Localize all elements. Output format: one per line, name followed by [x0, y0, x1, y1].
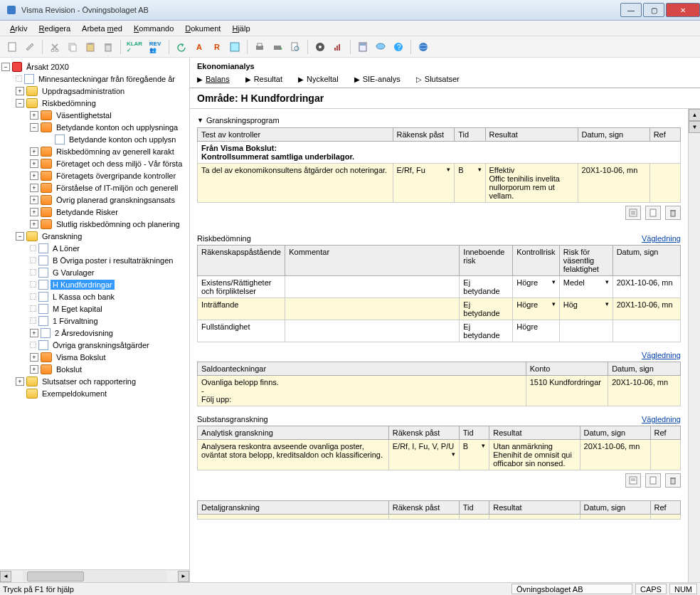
collapse-icon[interactable]: − — [1, 63, 10, 71]
new-icon[interactable] — [4, 39, 20, 55]
tree-item[interactable]: +Förståelse of IT-miljön och generell — [0, 181, 189, 194]
tree-item[interactable]: L Kassa och bank — [0, 290, 189, 302]
close-button[interactable]: ✕ — [666, 3, 700, 17]
scroll-up-icon[interactable]: ▲ — [689, 109, 700, 121]
expand-icon[interactable]: + — [16, 87, 24, 95]
vagledning-link[interactable]: Vägledning — [642, 415, 681, 423]
paste-icon[interactable] — [83, 39, 98, 55]
delete-button[interactable] — [665, 473, 681, 488]
table-row[interactable]: Analysera reskontra avseende ovanliga po… — [198, 440, 681, 470]
vagledning-link[interactable]: Vägledning — [642, 234, 681, 243]
tab-resultat[interactable]: ▶Resultat — [245, 75, 282, 83]
tree-hscrollbar[interactable]: ◄ ► — [0, 569, 189, 582]
task-r-icon[interactable]: R — [209, 39, 225, 55]
expand-icon[interactable]: + — [16, 377, 24, 386]
help-icon[interactable]: ? — [391, 39, 406, 55]
task-a-icon[interactable]: A — [191, 39, 207, 55]
rev-icon[interactable]: REV👥 — [146, 39, 164, 55]
menu-dokument[interactable]: Dokument — [182, 23, 223, 34]
tree-item[interactable]: −Granskning — [0, 230, 189, 242]
tree-item[interactable]: +Slutlig riskbedömning och planering — [0, 218, 189, 230]
table-row[interactable]: Existens/Rättigheter och förpliktelser E… — [198, 276, 681, 298]
tree-item[interactable]: Betydande konton och upplysn — [0, 133, 189, 145]
list-icon[interactable] — [227, 39, 243, 55]
tree-item[interactable]: +Övrig planerad granskningsansats — [0, 194, 189, 206]
menu-redigera[interactable]: Redigera — [36, 23, 73, 34]
menu-arbeta-med[interactable]: Arbeta med — [79, 23, 125, 34]
expand-icon[interactable]: + — [30, 208, 38, 216]
tree-item[interactable]: A Löner — [0, 242, 189, 254]
content-vscrollbar[interactable]: ▲ ▼ — [688, 109, 700, 582]
vagledning-link[interactable]: Vägledning — [642, 351, 681, 359]
tree-root[interactable]: − Årsakt 20X0 — [0, 60, 189, 73]
minimize-button[interactable]: — — [620, 3, 642, 17]
delete-button[interactable] — [665, 206, 681, 220]
table-row[interactable]: Ta del av ekonomikonsultens åtgärder och… — [198, 164, 681, 203]
copy-icon[interactable] — [65, 39, 80, 55]
expand-icon[interactable]: + — [30, 196, 38, 204]
calc-icon[interactable] — [355, 39, 371, 55]
collapse-icon[interactable]: − — [30, 123, 38, 132]
tab-sie[interactable]: ▶SIE-analys — [354, 75, 401, 83]
tab-balans[interactable]: ▶Balans — [197, 75, 230, 83]
expand-icon[interactable]: + — [30, 329, 38, 337]
new-button[interactable] — [645, 206, 661, 220]
tree-item[interactable]: Övriga granskningsåtgärder — [0, 339, 189, 351]
table-row[interactable]: Från Visma Bokslut: Kontrollsummerat sam… — [198, 142, 681, 164]
tree-item[interactable]: Minnesanteckningar från föregående år — [0, 73, 189, 85]
expand-icon[interactable]: + — [30, 111, 38, 120]
tree-item[interactable]: −Riskbedömning — [0, 97, 189, 109]
tree-item[interactable]: −Betydande konton och upplysninga — [0, 121, 189, 133]
print-icon[interactable] — [252, 39, 267, 55]
disk-icon[interactable] — [312, 39, 328, 55]
collapse-icon[interactable]: − — [16, 99, 24, 107]
cut-icon[interactable] — [47, 39, 63, 55]
table-row[interactable]: Ovanliga belopp finns. - Följ upp: 1510 … — [198, 376, 681, 406]
tree-item[interactable]: M Eget kapital — [0, 302, 189, 315]
list-button[interactable] — [625, 206, 641, 220]
expand-icon[interactable]: + — [30, 353, 38, 362]
menu-kommando[interactable]: Kommando — [131, 23, 176, 34]
tree-item[interactable]: +Slutsatser och rapportering — [0, 375, 189, 387]
undo-icon[interactable] — [174, 39, 189, 55]
delete-icon[interactable] — [100, 39, 116, 55]
tree-item[interactable]: +Betydande Risker — [0, 206, 189, 218]
tab-slutsatser[interactable]: ▷Slutsatser — [416, 75, 460, 83]
preview-icon[interactable] — [287, 39, 303, 55]
maximize-button[interactable]: ▢ — [643, 3, 664, 17]
collapse-icon[interactable]: − — [16, 232, 24, 241]
globe-icon[interactable] — [415, 39, 431, 55]
program-heading[interactable]: ▼ Granskningsprogram — [197, 113, 681, 127]
scroll-down-icon[interactable]: ▼ — [689, 121, 700, 133]
tree-item-selected[interactable]: H Kundfordringar — [0, 278, 189, 290]
expand-icon[interactable]: + — [30, 220, 38, 228]
print-plus-icon[interactable]: + — [270, 39, 285, 55]
expand-icon[interactable]: + — [30, 184, 38, 192]
table-row[interactable]: Inträffande Ej betydande Högre▾ Hög▾ 20X… — [198, 298, 681, 320]
table-row[interactable] — [198, 515, 681, 520]
scroll-right-icon[interactable]: ► — [178, 571, 189, 582]
chart-icon[interactable] — [330, 39, 346, 55]
expand-icon[interactable]: + — [30, 172, 38, 180]
klar-icon[interactable]: KLAR✓ — [125, 39, 144, 55]
tree-item[interactable]: +Företaget och dess miljö - Vår första — [0, 157, 189, 169]
new-button[interactable] — [645, 473, 661, 488]
tree-item[interactable]: 1 Förvaltning — [0, 315, 189, 327]
tree-item[interactable]: +Väsentlighetstal — [0, 109, 189, 121]
menu-arkiv[interactable]: Arkiv — [7, 23, 30, 34]
tree-item[interactable]: +Uppdragsadministration — [0, 85, 189, 97]
tree-item[interactable]: G Varulager — [0, 266, 189, 278]
scroll-thumb[interactable] — [27, 572, 84, 581]
edit-icon[interactable] — [22, 39, 38, 55]
scroll-left-icon[interactable]: ◄ — [0, 571, 11, 582]
tree-item[interactable]: +Företagets övergripande kontroller — [0, 169, 189, 181]
expand-icon[interactable]: + — [30, 365, 38, 374]
table-row[interactable]: Fullständighet Ej betydande Högre — [198, 320, 681, 342]
tree-item[interactable]: +Riskbedömning av generell karakt — [0, 145, 189, 157]
tree-item[interactable]: +2 Årsredovisning — [0, 327, 189, 339]
expand-icon[interactable]: + — [30, 147, 38, 156]
menu-hjalp[interactable]: Hjälp — [229, 23, 253, 34]
expand-icon[interactable]: + — [30, 159, 38, 168]
tab-nyckeltal[interactable]: ▶Nyckeltal — [298, 75, 339, 83]
list-button[interactable] — [625, 473, 641, 488]
